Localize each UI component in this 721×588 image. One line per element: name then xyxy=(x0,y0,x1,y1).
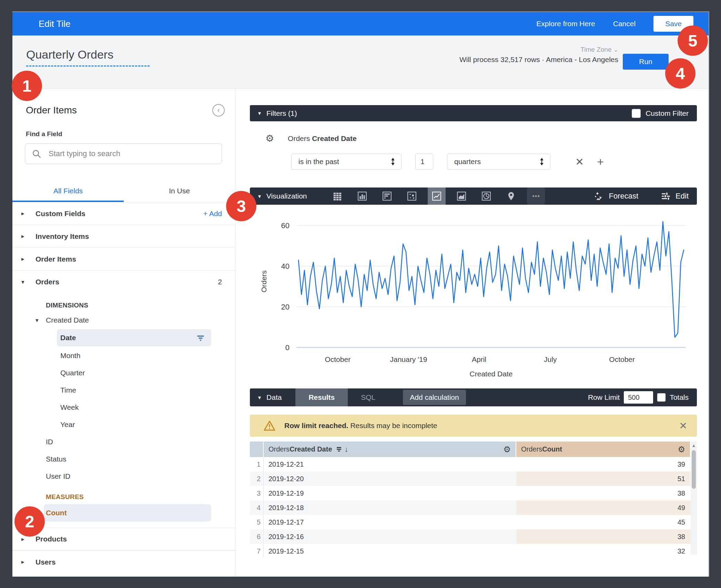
svg-text:October: October xyxy=(609,355,635,363)
column-header-count[interactable]: Orders Count ⚙ xyxy=(516,442,691,457)
caret-down-icon: ▾ xyxy=(35,317,46,324)
chevron-down-icon: ⌄ xyxy=(613,47,618,53)
chevron-left-icon: ‹ xyxy=(217,106,220,115)
row-limit-input[interactable] xyxy=(624,391,653,404)
tab-results[interactable]: Results xyxy=(295,388,348,406)
viz-more-icon[interactable] xyxy=(527,187,545,205)
field-time[interactable]: Time xyxy=(12,382,235,399)
row-limit-warning: Row limit reached. Results may be incomp… xyxy=(250,415,697,437)
viz-table-icon[interactable] xyxy=(328,187,346,205)
edit-tile-modal: Edit Tile Explore from Here Cancel Save … xyxy=(12,11,709,577)
custom-filter-label: Custom Filter xyxy=(646,109,689,118)
scrollbar-thumb[interactable] xyxy=(692,450,696,489)
explore-from-here-link[interactable]: Explore from Here xyxy=(536,20,595,28)
filters-section-bar[interactable]: ▾ Filters (1) Custom Filter xyxy=(250,105,697,121)
run-button[interactable]: Run xyxy=(623,54,669,70)
tile-title[interactable]: Quarterly Orders xyxy=(26,48,150,67)
remove-filter-icon[interactable]: ✕ xyxy=(575,156,584,168)
field-week[interactable]: Week xyxy=(12,399,235,416)
add-custom-field-button[interactable]: + Add xyxy=(203,210,222,218)
table-row[interactable]: 72019-12-1532 xyxy=(250,544,691,558)
cancel-button[interactable]: Cancel xyxy=(613,20,636,28)
field-group-created-date[interactable]: ▾ Created Date xyxy=(12,312,235,328)
viz-column-chart-icon[interactable] xyxy=(353,187,371,205)
filter-gear-icon[interactable]: ⚙ xyxy=(265,134,274,143)
tab-sql[interactable]: SQL xyxy=(348,388,388,406)
add-filter-icon[interactable]: + xyxy=(597,156,604,168)
svg-text:40: 40 xyxy=(281,262,290,271)
field-quarter[interactable]: Quarter xyxy=(12,364,235,382)
table-row[interactable]: 52019-12-1745 xyxy=(250,515,691,529)
collapse-sidebar-button[interactable]: ‹ xyxy=(212,104,225,116)
process-info: Will process 32,517 rows · America - Los… xyxy=(459,55,618,64)
sidebar-item-users[interactable]: ▸ Users xyxy=(12,550,235,573)
timezone-dropdown[interactable]: Time Zone ⌄ xyxy=(459,46,618,53)
sidebar-item-products[interactable]: ▸ Products xyxy=(12,528,235,550)
field-month[interactable]: Month xyxy=(12,347,235,364)
search-icon xyxy=(31,149,42,159)
orders-in-use-count: 2 xyxy=(218,278,222,286)
find-a-field-label: Find a Field xyxy=(26,130,235,138)
warning-text: Row limit reached. Results may be incomp… xyxy=(284,422,437,430)
data-section-bar[interactable]: ▾ Data Results SQL Add calculation Row L… xyxy=(250,388,697,406)
table-row[interactable]: 32019-12-1938 xyxy=(250,486,691,500)
sidebar-item-orders[interactable]: ▾ Orders 2 xyxy=(12,271,235,293)
caret-right-icon: ▸ xyxy=(21,255,35,263)
svg-text:January '19: January '19 xyxy=(390,355,427,363)
warning-icon xyxy=(264,420,275,431)
explore-name: Order Items xyxy=(26,105,77,116)
tab-in-use[interactable]: In Use xyxy=(124,182,235,202)
caret-down-icon: ▾ xyxy=(258,193,261,200)
caret-right-icon: ▸ xyxy=(21,233,35,240)
svg-text:20: 20 xyxy=(281,303,290,311)
sidebar-item-custom-fields[interactable]: ▸ Custom Fields + Add xyxy=(12,202,235,225)
field-id[interactable]: ID xyxy=(12,433,235,450)
add-calculation-button[interactable]: Add calculation xyxy=(403,390,466,405)
filter-condition-select[interactable]: is in the past xyxy=(291,154,402,170)
step-badge-2: 2 xyxy=(14,506,45,537)
table-row[interactable]: 42019-12-1849 xyxy=(250,500,691,515)
field-year[interactable]: Year xyxy=(12,416,235,433)
field-status[interactable]: Status xyxy=(12,450,235,468)
field-date-selected[interactable]: Date xyxy=(57,329,211,346)
field-picker-sidebar: Order Items ‹ Find a Field All Fields In… xyxy=(12,89,235,577)
measures-label: MEASURES xyxy=(46,490,235,504)
table-row[interactable]: 12019-12-2139 xyxy=(250,457,691,472)
forecast-button[interactable]: Forecast xyxy=(594,191,638,201)
caret-right-icon: ▸ xyxy=(21,558,35,566)
close-warning-icon[interactable]: ✕ xyxy=(679,420,687,432)
filter-amount-input[interactable] xyxy=(415,154,433,170)
visualization-section-bar[interactable]: ▾ Visualization xyxy=(250,187,697,205)
field-count-selected[interactable]: Count xyxy=(44,504,211,521)
search-input[interactable] xyxy=(49,149,215,158)
tab-all-fields[interactable]: All Fields xyxy=(12,182,124,202)
custom-filter-checkbox[interactable] xyxy=(632,109,641,118)
table-row[interactable]: 62019-12-1638 xyxy=(250,529,691,544)
edit-viz-button[interactable]: Edit xyxy=(661,191,689,201)
viz-area-chart-icon[interactable] xyxy=(453,187,470,205)
step-badge-1: 1 xyxy=(12,71,42,101)
viz-line-chart-icon[interactable] xyxy=(428,187,446,205)
viz-bar-chart-icon[interactable] xyxy=(378,187,396,205)
column-header-created-date[interactable]: Orders Created Date ↓ ⚙ xyxy=(264,442,516,457)
viz-scatter-icon[interactable] xyxy=(403,187,421,205)
filter-unit-select[interactable]: quarters xyxy=(447,154,550,170)
sort-icon xyxy=(336,446,343,453)
totals-checkbox[interactable] xyxy=(657,393,666,402)
sidebar-item-inventory-items[interactable]: ▸ Inventory Items xyxy=(12,225,235,248)
viz-map-icon[interactable] xyxy=(502,187,520,205)
filter-field-name: Orders Created Date xyxy=(288,134,357,143)
svg-text:60: 60 xyxy=(281,221,290,230)
field-user-id[interactable]: User ID xyxy=(12,468,235,485)
column-gear-icon[interactable]: ⚙ xyxy=(678,445,685,454)
sidebar-item-order-items[interactable]: ▸ Order Items xyxy=(12,248,235,271)
table-scrollbar[interactable]: ▲ xyxy=(691,442,697,555)
line-chart: 0204060OctoberJanuary '19AprilJulyOctobe… xyxy=(250,210,697,384)
filter-icon[interactable] xyxy=(196,333,205,342)
table-row[interactable]: 22019-12-2051 xyxy=(250,472,691,486)
svg-text:October: October xyxy=(325,355,351,363)
field-search[interactable] xyxy=(25,143,222,164)
svg-text:Orders: Orders xyxy=(260,270,268,292)
viz-pie-chart-icon[interactable] xyxy=(477,187,495,205)
column-gear-icon[interactable]: ⚙ xyxy=(503,445,511,454)
